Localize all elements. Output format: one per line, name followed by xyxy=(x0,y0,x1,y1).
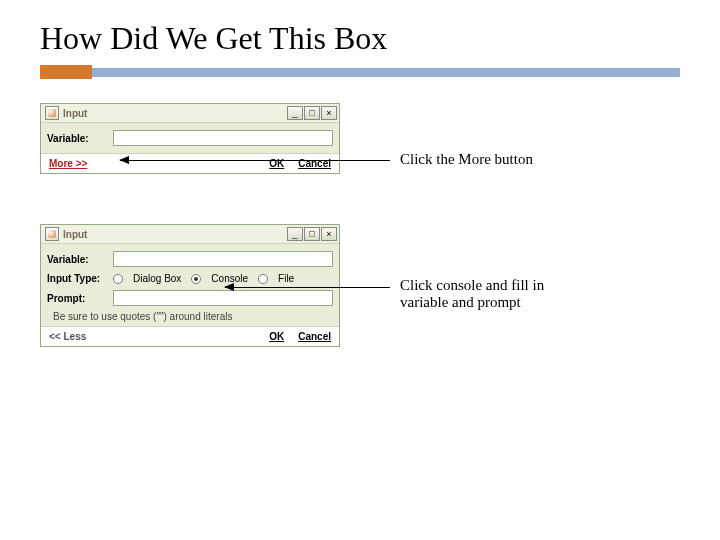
title-accent-bar xyxy=(92,68,680,77)
dialog-footer: More >> OK Cancel xyxy=(41,153,339,173)
dialog-body: Variable: xyxy=(41,123,339,153)
dialog-footer: << Less OK Cancel xyxy=(41,326,339,346)
maximize-icon[interactable]: □ xyxy=(304,227,320,241)
variable-label: Variable: xyxy=(47,133,107,144)
hint-text: Be sure to use quotes ("") around litera… xyxy=(47,309,333,322)
minimize-icon[interactable]: _ xyxy=(287,106,303,120)
radio-dialog-box[interactable] xyxy=(113,274,123,284)
annotation-arrow-1 xyxy=(120,160,390,161)
variable-label: Variable: xyxy=(47,254,107,265)
annotation-step2-line2: variable and prompt xyxy=(400,294,521,311)
ok-button[interactable]: OK xyxy=(269,331,284,342)
app-icon xyxy=(45,227,59,241)
cancel-button[interactable]: Cancel xyxy=(298,331,331,342)
variable-input[interactable] xyxy=(113,130,333,146)
dialog-title-text: Input xyxy=(63,108,87,119)
title-accent-block xyxy=(40,65,92,79)
prompt-input[interactable] xyxy=(113,290,333,306)
maximize-icon[interactable]: □ xyxy=(304,106,320,120)
radio-file[interactable] xyxy=(258,274,268,284)
input-dialog-expanded: Input _ □ × Variable: Input Type: Dialog… xyxy=(40,224,340,347)
dialog-titlebar: Input _ □ × xyxy=(41,104,339,123)
radio-console[interactable] xyxy=(191,274,201,284)
slide-title: How Did We Get This Box xyxy=(0,0,720,65)
close-icon[interactable]: × xyxy=(321,106,337,120)
annotation-step2-line1: Click console and fill in xyxy=(400,277,544,294)
prompt-label: Prompt: xyxy=(47,293,107,304)
dialog-title-text: Input xyxy=(63,229,87,240)
dialog-titlebar: Input _ □ × xyxy=(41,225,339,244)
input-dialog-collapsed: Input _ □ × Variable: More >> OK Cancel xyxy=(40,103,340,174)
radio-dialog-box-label: Dialog Box xyxy=(133,273,181,284)
annotation-step1: Click the More button xyxy=(400,151,533,168)
input-type-label: Input Type: xyxy=(47,273,107,284)
variable-input[interactable] xyxy=(113,251,333,267)
annotation-arrow-2 xyxy=(225,287,390,288)
radio-file-label: File xyxy=(278,273,294,284)
title-underline xyxy=(40,65,680,79)
more-button[interactable]: More >> xyxy=(49,158,87,169)
dialog-body: Variable: Input Type: Dialog Box Console… xyxy=(41,244,339,326)
close-icon[interactable]: × xyxy=(321,227,337,241)
minimize-icon[interactable]: _ xyxy=(287,227,303,241)
less-button[interactable]: << Less xyxy=(49,331,86,342)
app-icon xyxy=(45,106,59,120)
